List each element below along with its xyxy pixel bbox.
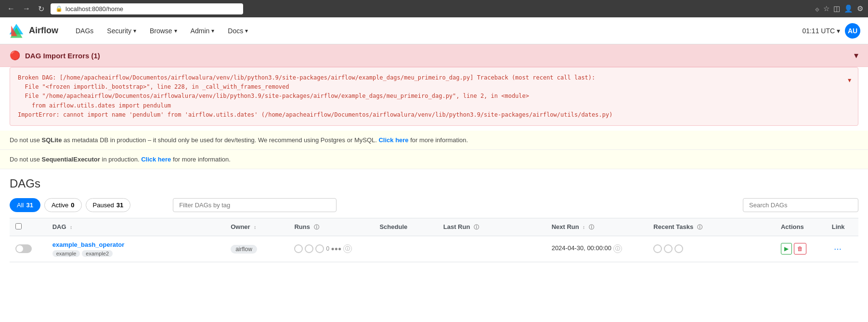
lastrun-info-icon[interactable]: ⓘ xyxy=(474,224,479,230)
col-header-owner[interactable]: Owner ↕ xyxy=(225,218,288,236)
nav-item-dags[interactable]: DAGs xyxy=(70,24,99,38)
admin-dropdown-icon: ▾ xyxy=(211,27,214,34)
col-header-actions: Actions xyxy=(775,218,826,236)
select-all-checkbox[interactable] xyxy=(15,223,22,229)
col-header-link: Link xyxy=(826,218,858,236)
nextrun-info-icon[interactable]: ⓘ xyxy=(589,224,594,230)
tab-paused[interactable]: Paused 31 xyxy=(86,198,131,212)
run-circle-2 xyxy=(305,244,313,253)
user-avatar[interactable]: AU xyxy=(845,23,860,39)
tab-active-count: 0 xyxy=(71,201,74,209)
navbar-right: 01:11 UTC ▾ AU xyxy=(802,23,860,39)
dag-name-cell: example_bash_operator example example2 xyxy=(47,236,225,262)
sqlite-warning-banner: Do not use SQLite as metadata DB in prod… xyxy=(0,131,868,150)
page-title: DAGs xyxy=(10,177,858,190)
nav-item-docs[interactable]: Docs ▾ xyxy=(222,24,254,38)
sqlite-warning-link[interactable]: Click here xyxy=(378,136,408,144)
tab-active-label: Active xyxy=(52,201,68,209)
runs-circles: 0 ●●● ⓘ xyxy=(294,244,368,253)
seq-executor-middle: in production. xyxy=(100,156,141,163)
seq-executor-prefix: Do not use xyxy=(10,156,42,163)
nav-item-admin[interactable]: Admin ▾ xyxy=(185,24,220,38)
browse-dropdown-icon: ▾ xyxy=(174,27,177,34)
tab-active[interactable]: Active 0 xyxy=(44,198,82,212)
refresh-button[interactable]: ↻ xyxy=(36,3,47,14)
col-header-dag[interactable]: DAG ↕ xyxy=(47,218,225,236)
dag-tags: example example2 xyxy=(52,250,219,257)
col-header-nextrun[interactable]: Next Run ↕ ⓘ xyxy=(546,218,648,236)
owner-sort-icon: ↕ xyxy=(254,225,256,230)
seq-executor-bold: SequentialExecutor xyxy=(42,156,100,163)
dag-delete-button[interactable]: 🗑 xyxy=(794,243,806,255)
col-header-lastrun: Last Run ⓘ xyxy=(438,218,546,236)
browser-chrome: ← → ↻ 🔒 localhost:8080/home ⟐ ☆ ◫ 👤 ⚙ xyxy=(0,0,868,17)
col-header-checkbox xyxy=(10,218,47,236)
dag-tag-example[interactable]: example xyxy=(52,250,80,257)
col-header-runs: Runs ⓘ xyxy=(288,218,374,236)
import-error-title: DAG Import Errors (1) xyxy=(25,52,100,60)
row-checkbox-cell xyxy=(10,236,47,262)
task-circles xyxy=(653,244,769,253)
dag-sort-icon: ↕ xyxy=(70,225,72,230)
task-circle-2 xyxy=(664,244,673,253)
import-error-collapse-icon[interactable]: ▾ xyxy=(854,50,858,61)
tab-all[interactable]: All 31 xyxy=(10,198,40,212)
translate-icon[interactable]: ⟐ xyxy=(815,5,819,13)
dag-external-link[interactable]: ⋯ xyxy=(832,243,843,255)
settings-icon[interactable]: ⚙ xyxy=(857,4,863,13)
nav-item-security[interactable]: Security ▾ xyxy=(101,24,142,38)
dag-tag-example2[interactable]: example2 xyxy=(82,250,113,257)
nextrun-info-button[interactable]: ⓘ xyxy=(613,244,622,253)
tag-filter-input[interactable] xyxy=(173,198,337,212)
time-display[interactable]: 01:11 UTC ▾ xyxy=(802,27,840,35)
nextrun-value: 2024-04-30, 00:00:00 xyxy=(552,244,611,252)
tab-paused-count: 31 xyxy=(117,201,123,209)
dag-nextrun-cell: 2024-04-30, 00:00:00 ⓘ xyxy=(546,236,648,262)
dag-link-cell: ⋯ xyxy=(826,236,858,262)
task-circle-3 xyxy=(674,244,683,253)
dag-recenttasks-cell xyxy=(648,236,775,262)
search-dags-input[interactable] xyxy=(743,198,858,212)
col-header-schedule: Schedule xyxy=(374,218,437,236)
error-icon: 🔴 xyxy=(10,50,20,61)
task-circle-1 xyxy=(653,244,662,253)
dag-table: DAG ↕ Owner ↕ Runs ⓘ Schedule Last Run ⓘ xyxy=(10,218,858,262)
dag-toggle[interactable] xyxy=(15,244,32,253)
address-bar[interactable]: 🔒 localhost:8080/home xyxy=(51,3,243,14)
tab-all-count: 31 xyxy=(26,201,33,209)
bookmark-icon[interactable]: ☆ xyxy=(823,4,829,13)
sqlite-warning-suffix: for more information. xyxy=(409,136,468,144)
airflow-logo-icon xyxy=(8,22,25,40)
seq-executor-link[interactable]: Click here xyxy=(141,156,171,163)
dag-schedule-cell xyxy=(374,236,437,262)
forward-button[interactable]: → xyxy=(20,3,33,14)
brand-name: Airflow xyxy=(29,26,58,36)
nextrun-sort-icon: ↕ xyxy=(583,225,585,230)
tag-filter xyxy=(173,198,337,212)
search-filter xyxy=(743,198,858,212)
seq-executor-suffix: for more information. xyxy=(171,156,231,163)
nav-item-browse[interactable]: Browse ▾ xyxy=(144,24,183,38)
brand[interactable]: Airflow xyxy=(8,22,58,40)
profile-icon[interactable]: 👤 xyxy=(844,4,853,13)
url-text: localhost:8080/home xyxy=(65,5,123,13)
pocket-icon[interactable]: ◫ xyxy=(833,4,840,13)
run-circle-3 xyxy=(315,244,324,253)
dag-lastrun-cell xyxy=(438,236,546,262)
security-icon: 🔒 xyxy=(55,5,63,12)
runs-info-button[interactable]: ⓘ xyxy=(343,244,352,253)
run-circle-1 xyxy=(294,244,303,253)
browser-nav: ← → ↻ xyxy=(5,3,47,14)
runs-info-icon[interactable]: ⓘ xyxy=(314,224,319,230)
back-button[interactable]: ← xyxy=(5,3,17,14)
dag-name-link[interactable]: example_bash_operator xyxy=(52,241,219,248)
run-count: 0 ●●● xyxy=(326,245,341,252)
dag-owner-cell: airflow xyxy=(225,236,288,262)
tab-all-label: All xyxy=(17,201,24,209)
sequential-executor-warning-banner: Do not use SequentialExecutor in product… xyxy=(0,150,868,169)
browser-toolbar-icons: ⟐ ☆ ◫ 👤 ⚙ xyxy=(815,4,863,13)
recenttasks-info-icon[interactable]: ⓘ xyxy=(697,224,702,230)
error-detail-expand-icon[interactable]: ▾ xyxy=(847,73,852,87)
table-header-row: DAG ↕ Owner ↕ Runs ⓘ Schedule Last Run ⓘ xyxy=(10,218,858,236)
dag-trigger-button[interactable]: ▶ xyxy=(781,243,792,255)
